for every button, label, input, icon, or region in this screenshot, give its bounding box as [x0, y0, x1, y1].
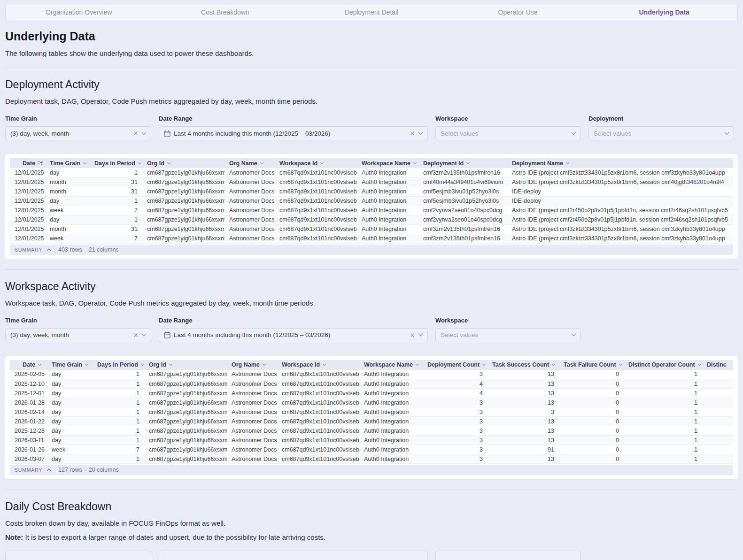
cell-workspace-name: Auth0 Integration [357, 168, 418, 177]
chevron-down-icon[interactable] [565, 162, 570, 165]
cell-org-name: Astronomer Docs [227, 398, 277, 407]
column-header-workspace-id[interactable]: Workspace Id [275, 158, 357, 168]
chevron-down-icon[interactable] [167, 162, 171, 165]
cell-deployment-count: 3 [423, 407, 488, 417]
tab-deployment-detail[interactable]: Deployment Detail [298, 8, 445, 16]
chevron-down-icon[interactable] [140, 363, 144, 366]
workspace-control[interactable] [435, 551, 581, 560]
column-header-time-grain[interactable]: Time Grain [47, 360, 93, 370]
cell-deployment-id: cmf3zm2v135th01psfmlren16 [418, 168, 507, 177]
clear-icon[interactable] [410, 333, 415, 338]
chevron-down-icon[interactable] [85, 363, 89, 366]
collapse-chevron-up-icon[interactable] [46, 468, 51, 471]
workspace-control[interactable]: Select values [435, 126, 581, 140]
table-row: 12/01/2025 day 1 cm687gpze1ylg01khju66xs… [10, 215, 733, 224]
tab-operator-use[interactable]: Operator Use [445, 8, 591, 16]
section-description: Deployment task, DAG, Operator, Code Pus… [5, 97, 738, 105]
column-header-date[interactable]: Date [10, 360, 47, 370]
filter-label: Time Grain [5, 317, 151, 324]
column-header-distinct-clipped[interactable]: Distinc [702, 360, 733, 370]
sort-ascending-icon[interactable] [38, 161, 43, 166]
date-range-control[interactable]: Last 4 months including this month (12/2… [159, 328, 428, 342]
cell-clipped [702, 426, 733, 436]
table-row: 2025-12-10 day 1 cm687gpze1ylg01khju66xs… [10, 379, 733, 389]
column-header-org-name[interactable]: Org Name [224, 158, 275, 168]
column-header-deployment-name[interactable]: Deployment Name [507, 158, 733, 168]
chevron-down-icon[interactable] [83, 162, 87, 165]
chevron-down-icon[interactable] [724, 132, 729, 135]
chevron-down-icon[interactable] [141, 333, 147, 337]
clear-icon[interactable] [133, 333, 138, 338]
date-range-control[interactable]: Last 4 months including this month (12/2… [159, 126, 428, 140]
cell-task-failure-count: 0 [559, 454, 624, 464]
chevron-down-icon[interactable] [418, 132, 423, 135]
chevron-down-icon[interactable] [260, 162, 264, 165]
chevron-down-icon[interactable] [415, 363, 419, 366]
chevron-down-icon[interactable] [571, 132, 576, 135]
cell-workspace-id: cm687qd9x1xt101nc00vslseb [277, 454, 359, 464]
tab-underlying-data[interactable]: Underlying Data [591, 8, 737, 16]
chevron-down-icon[interactable] [138, 162, 142, 165]
workspace-activity-section: Workspace Activity Workspace task, DAG, … [5, 280, 738, 480]
cell-clipped [702, 436, 733, 445]
chevron-down-icon[interactable] [482, 363, 486, 366]
cell-time-grain: day [47, 454, 93, 464]
chevron-down-icon[interactable] [619, 363, 623, 366]
chevron-down-icon[interactable] [320, 162, 324, 165]
column-header-org-id[interactable]: Org Id [142, 158, 224, 168]
cell-org-id: cm687gpze1ylg01khju66xsxm [144, 407, 227, 417]
cell-org-name: Astronomer Docs [224, 168, 275, 177]
column-header-workspace-name[interactable]: Workspace Name [357, 158, 418, 168]
chevron-down-icon[interactable] [551, 363, 556, 366]
deployment-control[interactable]: Select values [588, 126, 734, 140]
chevron-down-icon[interactable] [169, 363, 173, 366]
cell-workspace-name: Auth0 Integration [357, 206, 418, 215]
cell-days-in-period: 1 [93, 426, 144, 436]
table-row: 2026-03-11 day 1 cm687gpze1ylg01khju66xs… [10, 436, 733, 445]
cell-workspace-id: cm687qd9x1xt101nc00vslseb [277, 379, 359, 389]
column-header-workspace-name[interactable]: Workspace Name [359, 360, 423, 370]
column-header-org-name[interactable]: Org Name [227, 360, 277, 370]
column-header-days-in-period[interactable]: Days in Period [93, 360, 144, 370]
chevron-down-icon[interactable] [418, 333, 423, 337]
time-grain-control[interactable] [5, 551, 151, 560]
column-header-task-failure-count[interactable]: Task Failure Count [559, 360, 624, 370]
column-header-org-id[interactable]: Org Id [144, 360, 227, 370]
column-header-task-success-count[interactable]: Task Success Count [488, 360, 559, 370]
workspace-control[interactable]: Select values [435, 328, 581, 342]
chevron-down-icon[interactable] [466, 162, 470, 165]
cell-time-grain: day [45, 168, 90, 177]
chevron-down-icon[interactable] [571, 333, 576, 337]
cell-workspace-id: cm687qd9x1xt101nc00vslseb [275, 187, 357, 196]
cell-date: 2025-12-10 [10, 379, 47, 389]
tab-organization-overview[interactable]: Organization Overview [6, 8, 152, 16]
column-header-deployment-count[interactable]: Deployment Count [423, 360, 488, 370]
clear-icon[interactable] [133, 131, 138, 136]
chevron-down-icon[interactable] [697, 363, 702, 366]
section-title: Workspace Activity [5, 280, 738, 293]
chevron-down-icon[interactable] [141, 132, 147, 135]
chevron-down-icon[interactable] [322, 363, 326, 366]
partial-filter-row [5, 551, 738, 560]
time-grain-control[interactable]: (3) day, week, month [5, 126, 151, 140]
tab-cost-breakdown[interactable]: Cost Breakdown [152, 8, 299, 16]
clear-icon[interactable] [410, 131, 415, 136]
time-grain-control[interactable]: (3) day, week, month [5, 328, 151, 342]
column-header-deployment-id[interactable]: Deployment Id [418, 158, 507, 168]
column-header-date[interactable]: Date [10, 158, 45, 168]
cell-org-name: Astronomer Docs [227, 454, 277, 464]
cell-days-in-period: 1 [93, 417, 144, 426]
column-header-time-grain[interactable]: Time Grain [45, 158, 90, 168]
collapse-chevron-up-icon[interactable] [46, 248, 51, 251]
column-header-workspace-id[interactable]: Workspace Id [277, 360, 359, 370]
column-header-days-in-period[interactable]: Days in Period [90, 158, 142, 168]
date-range-control[interactable] [159, 551, 428, 560]
cell-workspace-id: cm687qd9x1xt101nc00vslseb [277, 445, 359, 454]
column-header-distinct-operator-count[interactable]: Distinct Operator Count [624, 360, 702, 370]
table-row: 2026-01-26 week 7 cm687gpze1ylg01khju66x… [10, 445, 733, 454]
chevron-down-icon[interactable] [413, 162, 417, 165]
chevron-down-icon[interactable] [262, 363, 266, 366]
chevron-down-icon[interactable] [38, 363, 42, 366]
time-grain-filter: Time Grain (3) day, week, month [5, 317, 151, 342]
cell-task-failure-count: 0 [559, 445, 624, 454]
